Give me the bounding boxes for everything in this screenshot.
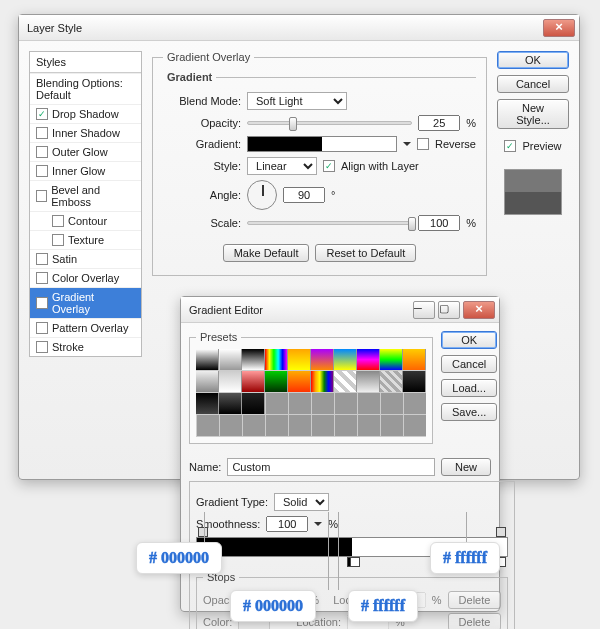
- callout-leader: [204, 512, 205, 542]
- style-label: Drop Shadow: [52, 108, 119, 120]
- dialog-title: Layer Style: [23, 22, 82, 34]
- style-checkbox[interactable]: [36, 165, 48, 177]
- preview-swatch: [504, 169, 562, 215]
- scale-slider[interactable]: [247, 221, 412, 225]
- align-checkbox[interactable]: ✓: [323, 160, 335, 172]
- style-row-outer-glow[interactable]: Outer Glow: [30, 142, 141, 161]
- style-row-pattern-overlay[interactable]: Pattern Overlay: [30, 318, 141, 337]
- style-checkbox[interactable]: ✓: [36, 108, 48, 120]
- blending-options-row[interactable]: Blending Options: Default: [30, 73, 141, 104]
- minimize-icon[interactable]: ─: [413, 301, 435, 319]
- style-checkbox[interactable]: [36, 127, 48, 139]
- style-row-stroke[interactable]: Stroke: [30, 337, 141, 356]
- new-gradient-button[interactable]: New: [441, 458, 491, 476]
- style-label: Contour: [68, 215, 107, 227]
- style-checkbox[interactable]: [36, 272, 48, 284]
- maximize-icon[interactable]: ▢: [438, 301, 460, 319]
- styles-header[interactable]: Styles: [30, 52, 141, 73]
- style-checkbox[interactable]: [52, 215, 64, 227]
- style-row-contour[interactable]: Contour: [30, 211, 141, 230]
- style-label: Gradient Overlay: [52, 291, 135, 315]
- editor-buttons: OK Cancel Load... Save...: [441, 331, 497, 450]
- opacity-stop[interactable]: [496, 527, 506, 537]
- style-label: Stroke: [52, 341, 84, 353]
- style-label: Texture: [68, 234, 104, 246]
- make-default-button[interactable]: Make Default: [223, 244, 310, 262]
- style-label: Inner Shadow: [52, 127, 120, 139]
- gradient-type-select[interactable]: Solid: [274, 493, 329, 511]
- style-checkbox[interactable]: [36, 190, 47, 202]
- reset-default-button[interactable]: Reset to Default: [315, 244, 416, 262]
- titlebar[interactable]: Layer Style ×: [19, 15, 579, 41]
- editor-close-icon[interactable]: ×: [463, 301, 495, 319]
- callout-hex: # ffffff: [348, 590, 418, 622]
- style-label: Bevel and Emboss: [51, 184, 135, 208]
- style-row-texture[interactable]: Texture: [30, 230, 141, 249]
- style-checkbox[interactable]: [36, 253, 48, 265]
- angle-input[interactable]: [283, 187, 325, 203]
- style-checkbox[interactable]: [36, 341, 48, 353]
- dialog-buttons: OK Cancel New Style... ✓Preview: [497, 51, 569, 357]
- style-label: Satin: [52, 253, 77, 265]
- gradient-name-input[interactable]: [227, 458, 435, 476]
- presets-group: Presets: [189, 331, 433, 444]
- close-icon[interactable]: ×: [543, 19, 575, 37]
- style-label: Outer Glow: [52, 146, 108, 158]
- editor-title: Gradient Editor: [185, 304, 263, 316]
- color-stop[interactable]: [350, 557, 360, 567]
- gradient-overlay-group: Gradient Overlay Gradient Blend Mode: So…: [152, 51, 487, 276]
- cancel-button[interactable]: Cancel: [497, 75, 569, 93]
- style-checkbox[interactable]: [52, 234, 64, 246]
- smoothness-input[interactable]: [266, 516, 308, 532]
- style-checkbox[interactable]: [36, 322, 48, 334]
- style-row-inner-shadow[interactable]: Inner Shadow: [30, 123, 141, 142]
- editor-titlebar[interactable]: Gradient Editor ─ ▢ ×: [181, 297, 499, 323]
- callout-hex: # 000000: [230, 590, 316, 622]
- gradient-group: Gradient Blend Mode: Soft Light Opacity:…: [163, 71, 476, 236]
- style-row-drop-shadow[interactable]: ✓Drop Shadow: [30, 104, 141, 123]
- style-row-bevel-and-emboss[interactable]: Bevel and Emboss: [30, 180, 141, 211]
- style-row-gradient-overlay[interactable]: ✓Gradient Overlay: [30, 287, 141, 318]
- scale-input[interactable]: [418, 215, 460, 231]
- new-style-button[interactable]: New Style...: [497, 99, 569, 129]
- style-row-color-overlay[interactable]: Color Overlay: [30, 268, 141, 287]
- gradient-picker[interactable]: [247, 136, 397, 152]
- delete-stop-button: Delete: [448, 591, 502, 609]
- style-row-satin[interactable]: Satin: [30, 249, 141, 268]
- callout-leader: [466, 512, 467, 542]
- reverse-checkbox[interactable]: [417, 138, 429, 150]
- style-label: Color Overlay: [52, 272, 119, 284]
- style-checkbox[interactable]: [36, 146, 48, 158]
- preview-checkbox[interactable]: ✓: [504, 140, 516, 152]
- editor-ok-button[interactable]: OK: [441, 331, 497, 349]
- opacity-slider[interactable]: [247, 121, 412, 125]
- ok-button[interactable]: OK: [497, 51, 569, 69]
- callout-hex: # ffffff: [430, 542, 500, 574]
- callout-leader: [328, 512, 329, 590]
- load-button[interactable]: Load...: [441, 379, 497, 397]
- style-label: Inner Glow: [52, 165, 105, 177]
- preset-grid[interactable]: [196, 349, 426, 437]
- callout-hex: # 000000: [136, 542, 222, 574]
- chevron-down-icon[interactable]: [403, 142, 411, 150]
- style-checkbox[interactable]: ✓: [36, 297, 48, 309]
- style-row-inner-glow[interactable]: Inner Glow: [30, 161, 141, 180]
- blend-mode-select[interactable]: Soft Light: [247, 92, 347, 110]
- chevron-down-icon[interactable]: [314, 522, 322, 530]
- delete-stop-button: Delete: [448, 613, 502, 629]
- style-select[interactable]: Linear: [247, 157, 317, 175]
- opacity-input[interactable]: [418, 115, 460, 131]
- styles-panel: Styles Blending Options: Default ✓Drop S…: [29, 51, 142, 357]
- editor-cancel-button[interactable]: Cancel: [441, 355, 497, 373]
- angle-dial[interactable]: [247, 180, 277, 210]
- save-button[interactable]: Save...: [441, 403, 497, 421]
- callout-leader: [338, 512, 339, 590]
- style-label: Pattern Overlay: [52, 322, 128, 334]
